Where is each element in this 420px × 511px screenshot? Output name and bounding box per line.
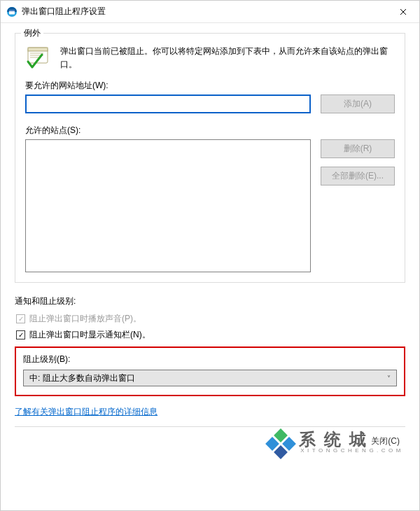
close-label[interactable]: 关闭(C) xyxy=(371,435,400,447)
combo-value: 中: 阻止大多数自动弹出窗口 xyxy=(29,372,135,384)
checkbox-icon: ✓ xyxy=(16,330,25,340)
allowed-sites-label: 允许的站点(S): xyxy=(25,125,395,136)
notification-section: 通知和阻止级别: ✓ 阻止弹出窗口时播放声音(P)。 ✓ 阻止弹出窗口时显示通知… xyxy=(15,295,405,418)
remove-all-button[interactable]: 全部删除(E)... xyxy=(321,167,395,186)
blocking-level-combo[interactable]: 中: 阻止大多数自动弹出窗口 ˅ xyxy=(23,370,397,386)
learn-more-link[interactable]: 了解有关弹出窗口阻止程序的详细信息 xyxy=(15,406,158,418)
allowed-sites-listbox[interactable] xyxy=(25,139,311,272)
popup-info-icon xyxy=(25,45,50,70)
close-icon xyxy=(400,8,407,15)
intro-text: 弹出窗口当前已被阻止。你可以将特定网站添加到下表中，从而允许来自该站点的弹出窗口… xyxy=(60,45,395,71)
address-input[interactable] xyxy=(25,94,311,113)
exceptions-label: 例外 xyxy=(21,27,43,39)
app-icon xyxy=(6,6,18,18)
show-bar-label: 阻止弹出窗口时显示通知栏(N)。 xyxy=(29,329,150,341)
watermark-subtext: XITONGCHENG.COM xyxy=(300,448,404,454)
bottom-bar: 关闭(C) 系统城 XITONGCHENG.COM xyxy=(15,426,405,456)
remove-button[interactable]: 删除(R) xyxy=(321,139,395,158)
play-sound-label: 阻止弹出窗口时播放声音(P)。 xyxy=(29,313,141,325)
show-bar-checkbox-row[interactable]: ✓ 阻止弹出窗口时显示通知栏(N)。 xyxy=(15,329,405,341)
window-title: 弹出窗口阻止程序设置 xyxy=(22,6,387,18)
popup-blocker-settings-window: 弹出窗口阻止程序设置 例外 xyxy=(0,0,420,511)
notification-title: 通知和阻止级别: xyxy=(15,295,405,307)
watermark-logo-icon xyxy=(264,429,298,456)
titlebar: 弹出窗口阻止程序设置 xyxy=(1,1,419,23)
address-field-label: 要允许的网站地址(W): xyxy=(25,80,395,92)
svg-rect-4 xyxy=(28,48,48,51)
add-button[interactable]: 添加(A) xyxy=(321,94,395,113)
checkbox-icon: ✓ xyxy=(16,314,25,323)
blocking-level-label: 阻止级别(B): xyxy=(23,354,397,365)
window-close-button[interactable] xyxy=(387,1,419,22)
content-area: 例外 弹出窗口当前已被阻止。你可以将特定网站添加到下表中，从而允许来自该站点的弹… xyxy=(1,23,419,510)
svg-rect-2 xyxy=(9,10,15,11)
blocking-level-highlight: 阻止级别(B): 中: 阻止大多数自动弹出窗口 ˅ xyxy=(15,346,405,396)
play-sound-checkbox-row[interactable]: ✓ 阻止弹出窗口时播放声音(P)。 xyxy=(15,313,405,325)
chevron-down-icon: ˅ xyxy=(387,374,391,382)
exceptions-group: 例外 弹出窗口当前已被阻止。你可以将特定网站添加到下表中，从而允许来自该站点的弹… xyxy=(15,33,405,283)
